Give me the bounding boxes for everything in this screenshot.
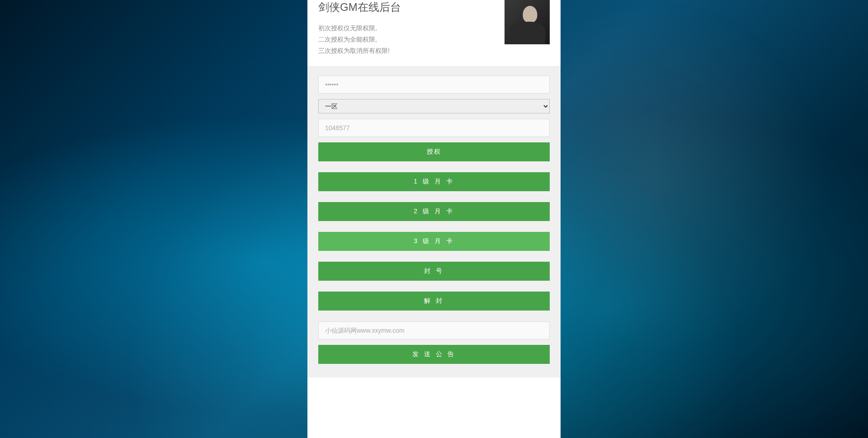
unban-button[interactable]: 解 封	[318, 292, 550, 311]
desc-line-1: 初次授权仅无限权限,	[318, 23, 505, 34]
card2-button[interactable]: 2 级 月 卡	[318, 202, 550, 221]
card1-button[interactable]: 1 级 月 卡	[318, 172, 550, 191]
page-title: 剑侠GM在线后台	[318, 0, 505, 14]
header-description: 初次授权仅无限权限, 二次授权为全能权限, 三次授权为取消所有权限!	[318, 23, 505, 57]
desc-line-3: 三次授权为取消所有权限!	[318, 45, 505, 57]
card3-button[interactable]: 3 级 月 卡	[318, 232, 550, 251]
ban-button[interactable]: 封 号	[318, 262, 550, 281]
header-text-block: 剑侠GM在线后台 初次授权仅无限权限, 二次授权为全能权限, 三次授权为取消所有…	[318, 0, 505, 57]
announce-input[interactable]	[318, 321, 550, 339]
header: 剑侠GM在线后台 初次授权仅无限权限, 二次授权为全能权限, 三次授权为取消所有…	[307, 0, 561, 66]
zone-select[interactable]: 一区	[318, 99, 550, 113]
avatar	[505, 0, 550, 44]
authorize-button[interactable]: 授权	[318, 142, 550, 161]
password-input[interactable]	[318, 75, 550, 94]
send-announce-button[interactable]: 发 送 公 告	[318, 345, 550, 364]
main-panel: 剑侠GM在线后台 初次授权仅无限权限, 二次授权为全能权限, 三次授权为取消所有…	[307, 0, 561, 438]
desc-line-2: 二次授权为全能权限,	[318, 34, 505, 45]
id-input[interactable]	[318, 119, 550, 137]
form-area: 一区 授权 1 级 月 卡 2 级 月 卡 3 级 月 卡 封 号 解 封 发 …	[307, 66, 561, 377]
